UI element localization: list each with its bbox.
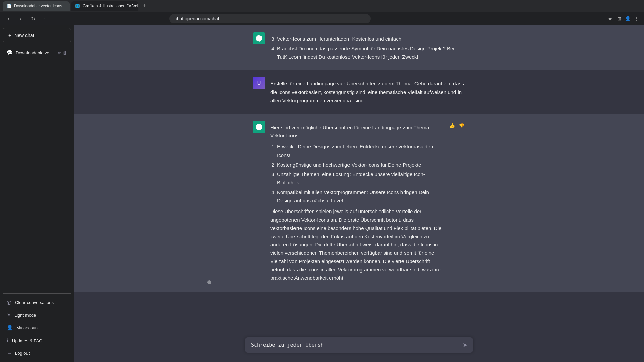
list-item-3-2: Kostengünstige und hochwertige Vektor-Ic… xyxy=(277,161,443,169)
account-icon: 👤 xyxy=(7,325,13,331)
message-content-2: Erstelle für eine Landingpage vier Übers… xyxy=(270,77,465,107)
sidebar-bottom: 🗑 Clear conversations ☀ Light mode 👤 My … xyxy=(3,293,71,359)
chat-history: 💬 Downloadable vector ic ✏ 🗑 xyxy=(3,45,71,293)
tab-1-close[interactable]: ✕ xyxy=(68,3,70,9)
message-content-3: Hier sind vier mögliche Überschriften fü… xyxy=(270,121,443,285)
chat-messages: Vektor-Icons zum Herunterladen. Kostenlo… xyxy=(74,25,644,332)
tab-2-title: Grafiken & Illustrationen für Vek... xyxy=(83,4,138,8)
reload-button[interactable]: ↻ xyxy=(28,14,38,23)
input-area: ➤ xyxy=(74,332,644,362)
log-out-button[interactable]: → Log out xyxy=(3,347,71,359)
updates-label: Updates & FAQ xyxy=(12,338,42,343)
chat-input[interactable] xyxy=(245,337,473,353)
tab-1-title: Downloadable vector icons... xyxy=(14,4,65,8)
logout-label: Log out xyxy=(15,351,30,356)
message-actions-3: 👍 👎 xyxy=(449,122,465,129)
profile-icon[interactable]: 👤 xyxy=(625,15,631,22)
tab-2-favicon: 🌐 xyxy=(75,4,80,8)
message-inner-1: Vektor-Icons zum Herunterladen. Kostenlo… xyxy=(245,32,473,64)
delete-chat-icon[interactable]: 🗑 xyxy=(63,50,67,55)
app-container: + New chat 💬 Downloadable vector ic ✏ 🗑 … xyxy=(0,25,644,362)
message-inner-3: Hier sind vier mögliche Überschriften fü… xyxy=(245,121,473,285)
chat-history-icon: 💬 xyxy=(7,50,13,56)
chat-history-item-1[interactable]: 💬 Downloadable vector ic ✏ 🗑 xyxy=(3,46,71,59)
forward-button[interactable]: › xyxy=(16,14,25,23)
browser-actions: ★ ⊞ 👤 ⋮ xyxy=(607,15,640,22)
chat-item-label-1: Downloadable vector ic xyxy=(16,50,55,55)
browser-chrome: 📄 Downloadable vector icons... ✕ 🌐 Grafi… xyxy=(0,0,644,25)
tab-1-favicon: 📄 xyxy=(7,4,11,8)
gpt-icon-3 xyxy=(253,121,265,133)
extensions-icon[interactable]: ⊞ xyxy=(616,15,623,22)
light-mode-button[interactable]: ☀ Light mode xyxy=(3,309,71,321)
home-button[interactable]: ⌂ xyxy=(40,14,50,23)
new-tab-button[interactable]: + xyxy=(140,1,149,11)
chat-item-actions: ✏ 🗑 xyxy=(58,50,67,55)
assistant-paragraph: Diese Überschriften spielen jeweils auf … xyxy=(270,207,443,282)
list-item-1-3: Vektor-Icons zum Herunterladen. Kostenlo… xyxy=(277,35,465,43)
message-block-2: U Erstelle für eine Landingpage vier Übe… xyxy=(74,70,644,114)
bookmark-icon[interactable]: ★ xyxy=(607,15,614,22)
clear-icon: 🗑 xyxy=(7,300,12,305)
settings-icon[interactable]: ⋮ xyxy=(633,15,640,22)
updates-faq-button[interactable]: ℹ Updates & FAQ xyxy=(3,334,71,347)
list-item-3-3: Unzählige Themen, eine Lösung: Entdecke … xyxy=(277,170,443,187)
light-mode-icon: ☀ xyxy=(7,312,11,318)
clear-label: Clear conversations xyxy=(15,300,54,305)
address-bar: ‹ › ↻ ⌂ ★ ⊞ 👤 ⋮ xyxy=(0,12,644,25)
thumbs-up-button[interactable]: 👍 xyxy=(449,122,456,129)
input-wrapper: ➤ xyxy=(245,337,473,354)
address-input[interactable] xyxy=(169,14,371,23)
list-item-1-4: Brauchst Du noch das passende Symbol für… xyxy=(277,45,465,61)
message-inner-2: U Erstelle für eine Landingpage vier Übe… xyxy=(245,77,473,107)
gpt-icon xyxy=(253,32,265,44)
logout-icon: → xyxy=(7,350,12,356)
user-message-text: Erstelle für eine Landingpage vier Übers… xyxy=(270,80,465,105)
clear-conversations-button[interactable]: 🗑 Clear conversations xyxy=(3,296,71,309)
tab-2[interactable]: 🌐 Grafiken & Illustrationen für Vek... ✕ xyxy=(71,1,138,11)
light-mode-label: Light mode xyxy=(14,313,36,318)
list-item-3-1: Erwecke Deine Designs zum Leben: Entdeck… xyxy=(277,143,443,160)
message-content-1: Vektor-Icons zum Herunterladen. Kostenlo… xyxy=(270,32,465,64)
new-chat-label: New chat xyxy=(14,33,34,38)
message-block-1: Vektor-Icons zum Herunterladen. Kostenlo… xyxy=(74,25,644,70)
thumbs-down-button[interactable]: 👎 xyxy=(458,122,465,129)
new-chat-button[interactable]: + New chat xyxy=(3,28,71,42)
assistant-list: Erwecke Deine Designs zum Leben: Entdeck… xyxy=(270,143,443,205)
sidebar: + New chat 💬 Downloadable vector ic ✏ 🗑 … xyxy=(0,25,74,362)
assistant-avatar-3 xyxy=(253,121,265,133)
message-block-3: Hier sind vier mögliche Überschriften fü… xyxy=(74,114,644,292)
tab-bar: 📄 Downloadable vector icons... ✕ 🌐 Grafi… xyxy=(0,0,644,12)
my-account-button[interactable]: 👤 My account xyxy=(3,321,71,334)
updates-icon: ℹ xyxy=(7,338,9,344)
account-label: My account xyxy=(16,325,39,330)
edit-chat-icon[interactable]: ✏ xyxy=(58,50,61,55)
list-item-3-4: Kompatibel mit allen Vektorprogrammen: U… xyxy=(277,188,443,205)
send-button[interactable]: ➤ xyxy=(461,340,469,350)
user-avatar: U xyxy=(253,77,265,89)
back-button[interactable]: ‹ xyxy=(4,14,13,23)
tab-1[interactable]: 📄 Downloadable vector icons... ✕ xyxy=(3,1,70,11)
main-content: Vektor-Icons zum Herunterladen. Kostenlo… xyxy=(74,25,644,362)
assistant-intro: Hier sind vier mögliche Überschriften fü… xyxy=(270,124,443,140)
new-chat-icon: + xyxy=(8,33,11,38)
assistant-avatar-1 xyxy=(253,32,265,44)
